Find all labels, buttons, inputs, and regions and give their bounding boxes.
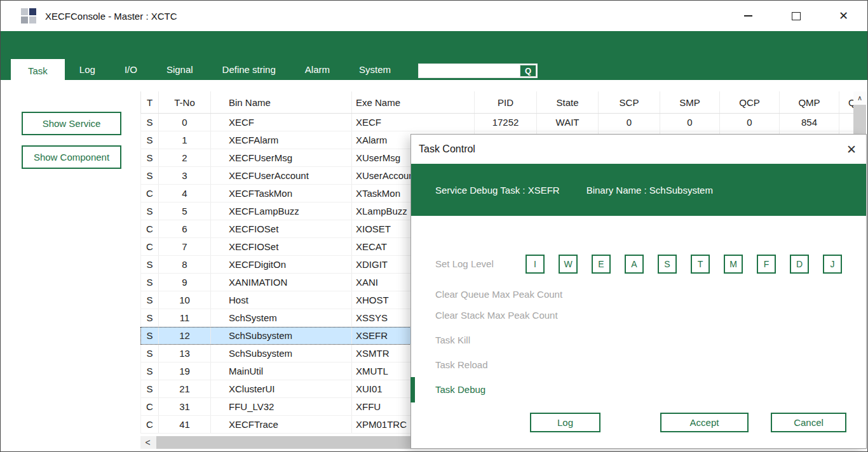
column-header-qmp[interactable]: QMP bbox=[780, 91, 839, 113]
log-level-button-a[interactable]: A bbox=[625, 255, 644, 274]
scroll-up-icon[interactable]: ∧ bbox=[853, 91, 866, 105]
dialog-menu-set-log-level[interactable]: Set Log Level bbox=[435, 258, 494, 270]
log-level-button-w[interactable]: W bbox=[559, 255, 578, 274]
cell-t: C bbox=[141, 220, 159, 237]
service-debug-task-label: Service Debug Task : XSEFR bbox=[435, 185, 560, 196]
cancel-button[interactable]: Cancel bbox=[771, 413, 846, 432]
maximize-icon bbox=[792, 12, 801, 20]
close-icon: ✕ bbox=[846, 143, 857, 156]
cell-bin-name: FFU_LV32 bbox=[211, 398, 352, 415]
dialog-menu-clear-stack-max-peak-count[interactable]: Clear Stack Max Peak Count bbox=[435, 309, 558, 322]
dialog-banner: Service Debug Task : XSEFR Binary Name :… bbox=[411, 164, 866, 216]
close-button[interactable]: ✕ bbox=[820, 1, 867, 31]
app-window: XECFConsole - Master : XCTC ✕ TaskLogI/O… bbox=[0, 0, 868, 452]
tab-alarm[interactable]: Alarm bbox=[290, 59, 344, 80]
tab-signal[interactable]: Signal bbox=[152, 59, 208, 80]
cell-bin-name: XClusterUI bbox=[211, 380, 352, 397]
column-header-partial[interactable]: Q bbox=[839, 91, 854, 113]
cell-qcp: 0 bbox=[720, 114, 780, 131]
cell-t: S bbox=[141, 114, 159, 131]
cell-smp: 0 bbox=[660, 114, 720, 131]
column-header-t-no[interactable]: T-No bbox=[159, 91, 211, 113]
cell-t-no: 41 bbox=[159, 416, 211, 433]
log-level-button-m[interactable]: M bbox=[724, 255, 743, 274]
cell-t: S bbox=[141, 345, 159, 362]
cell-bin-name: XECFIOSet bbox=[211, 238, 352, 255]
minimize-icon bbox=[744, 15, 752, 17]
dialog-menu-task-kill[interactable]: Task Kill bbox=[435, 334, 470, 347]
column-header-bin-name[interactable]: Bin Name bbox=[211, 91, 352, 113]
cell-t: C bbox=[141, 416, 159, 433]
log-level-buttons: IWEASTMFDJ bbox=[526, 255, 842, 274]
cell-t-no: 0 bbox=[159, 114, 211, 131]
tab-define-string[interactable]: Define string bbox=[208, 59, 290, 80]
cell-bin-name: XECFLampBuzz bbox=[211, 203, 352, 220]
log-level-button-d[interactable]: D bbox=[790, 255, 809, 274]
dialog-menu-task-debug[interactable]: Task Debug bbox=[435, 383, 485, 396]
app-logo-icon bbox=[21, 8, 37, 24]
cell-pid: 17252 bbox=[475, 114, 537, 131]
cell-t-no: 6 bbox=[159, 220, 211, 237]
cell-t-no: 3 bbox=[159, 167, 211, 184]
search-box: Q bbox=[418, 63, 538, 78]
column-header-smp[interactable]: SMP bbox=[660, 91, 720, 113]
maximize-button[interactable] bbox=[772, 1, 820, 31]
cell-t: S bbox=[141, 256, 159, 273]
cell-t-no: 11 bbox=[159, 309, 211, 326]
show-service-button[interactable]: Show Service bbox=[22, 112, 121, 135]
cell-t-no: 21 bbox=[159, 380, 211, 397]
log-level-button-j[interactable]: J bbox=[823, 255, 842, 274]
column-header-qcp[interactable]: QCP bbox=[720, 91, 780, 113]
column-header-state[interactable]: State bbox=[537, 91, 599, 113]
tab-task[interactable]: Task bbox=[11, 59, 65, 82]
scroll-left-icon[interactable]: < bbox=[140, 436, 155, 449]
table-header-row: TT-NoBin NameExe NamePIDStateSCPSMPQCPQM… bbox=[140, 91, 866, 114]
log-level-button-s[interactable]: S bbox=[658, 255, 677, 274]
cell-t-no: 1 bbox=[159, 131, 211, 149]
column-header-pid[interactable]: PID bbox=[475, 91, 537, 113]
dialog-menu-clear-queue-max-peak-count[interactable]: Clear Queue Max Peak Count bbox=[435, 288, 562, 301]
search-input[interactable] bbox=[419, 64, 520, 77]
cell-t: S bbox=[141, 291, 159, 309]
minimize-button[interactable] bbox=[724, 1, 772, 31]
cell-t: S bbox=[141, 131, 159, 149]
cell-t: S bbox=[141, 167, 159, 184]
tab-bar: TaskLogI/OSignalDefine stringAlarmSystem bbox=[11, 59, 405, 80]
show-component-button[interactable]: Show Component bbox=[22, 145, 121, 169]
table-row[interactable]: S0XECFXECF17252WAIT000854 bbox=[140, 114, 866, 131]
accept-button[interactable]: Accept bbox=[660, 413, 749, 432]
tab-system[interactable]: System bbox=[344, 59, 405, 80]
cell-t-no: 10 bbox=[159, 291, 211, 309]
log-button[interactable]: Log bbox=[530, 413, 600, 432]
cell-t: S bbox=[141, 149, 159, 166]
cell-bin-name: XECF bbox=[211, 114, 352, 131]
cell-bin-name: MainUtil bbox=[211, 362, 352, 380]
cell-t-no: 5 bbox=[159, 203, 211, 220]
tab-i-o[interactable]: I/O bbox=[110, 59, 152, 80]
cell-state: WAIT bbox=[537, 114, 599, 131]
cell-t: S bbox=[141, 203, 159, 220]
cell-t: S bbox=[141, 362, 159, 380]
dialog-menu-task-reload[interactable]: Task Reload bbox=[435, 359, 488, 371]
log-level-button-e[interactable]: E bbox=[592, 255, 611, 274]
column-header-exe-name[interactable]: Exe Name bbox=[352, 91, 475, 113]
cell-t: C bbox=[141, 238, 159, 255]
cell-exe-name: XECF bbox=[352, 114, 475, 131]
column-header-t[interactable]: T bbox=[141, 91, 159, 113]
cell-bin-name: XECFTrace bbox=[211, 416, 352, 433]
log-level-button-f[interactable]: F bbox=[757, 255, 776, 274]
cell-scp: 0 bbox=[599, 114, 660, 131]
active-menu-indicator bbox=[410, 377, 415, 402]
cell-bin-name: XECFIOSet bbox=[211, 220, 352, 237]
dialog-close-button[interactable]: ✕ bbox=[846, 143, 857, 156]
log-level-button-i[interactable]: I bbox=[526, 255, 545, 274]
column-header-scp[interactable]: SCP bbox=[599, 91, 660, 113]
cell-t: S bbox=[141, 380, 159, 397]
cell-bin-name: Host bbox=[211, 291, 352, 309]
cell-bin-name: SchSystem bbox=[211, 309, 352, 326]
close-icon: ✕ bbox=[839, 10, 848, 22]
tab-log[interactable]: Log bbox=[65, 59, 110, 80]
search-button[interactable]: Q bbox=[520, 65, 536, 77]
log-level-button-t[interactable]: T bbox=[691, 255, 710, 274]
window-controls: ✕ bbox=[724, 1, 867, 31]
